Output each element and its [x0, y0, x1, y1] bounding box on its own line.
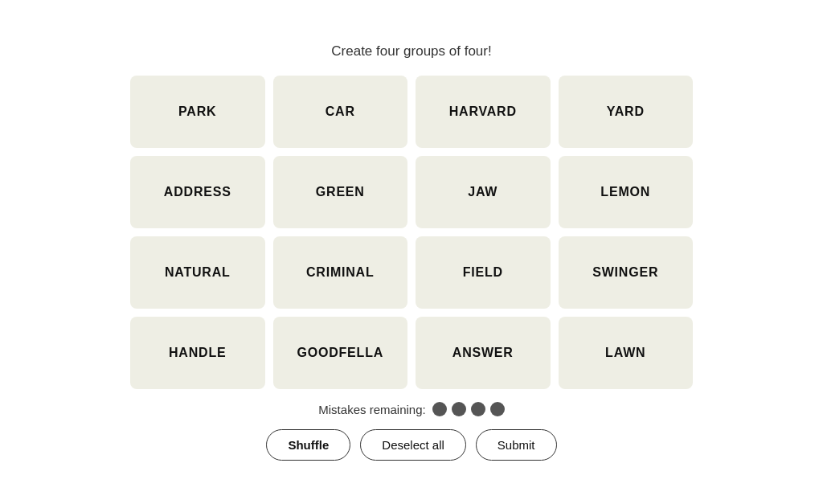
tile-label: GREEN [316, 185, 365, 199]
tile-label: PARK [178, 104, 216, 119]
tile-label: YARD [607, 104, 645, 119]
tile-label: ADDRESS [164, 185, 231, 199]
mistake-dot-0 [432, 402, 447, 416]
tile-car[interactable]: CAR [273, 76, 408, 148]
tile-label: ANSWER [452, 346, 514, 360]
tile-yard[interactable]: YARD [559, 76, 694, 148]
tile-criminal[interactable]: CRIMINAL [273, 236, 408, 309]
tile-label: CRIMINAL [306, 265, 375, 280]
tile-address[interactable]: ADDRESS [130, 156, 265, 228]
tile-label: JAW [468, 185, 497, 199]
tile-natural[interactable]: NATURAL [130, 236, 265, 309]
mistake-dot-3 [490, 402, 505, 416]
game-container: Create four groups of four! PARKCARHARVA… [130, 43, 693, 461]
tile-jaw[interactable]: JAW [416, 156, 551, 228]
tile-park[interactable]: PARK [130, 76, 265, 148]
tile-label: FIELD [463, 265, 503, 280]
tile-label: LAWN [605, 346, 645, 360]
tile-grid: PARKCARHARVARDYARDADDRESSGREENJAWLEMONNA… [130, 76, 693, 389]
mistakes-row: Mistakes remaining: [318, 402, 504, 416]
mistake-dot-2 [471, 402, 485, 416]
buttons-row: Shuffle Deselect all Submit [266, 429, 556, 461]
tile-label: HANDLE [169, 346, 226, 360]
tile-label: LEMON [600, 185, 650, 199]
submit-button[interactable]: Submit [476, 429, 557, 461]
deselect-button[interactable]: Deselect all [360, 429, 466, 461]
tile-lemon[interactable]: LEMON [559, 156, 694, 228]
mistakes-dots [432, 402, 505, 416]
shuffle-button[interactable]: Shuffle [266, 429, 350, 461]
tile-green[interactable]: GREEN [273, 156, 408, 228]
tile-label: NATURAL [165, 265, 231, 280]
tile-answer[interactable]: ANSWER [416, 317, 551, 389]
tile-goodfella[interactable]: GOODFELLA [273, 317, 408, 389]
tile-label: HARVARD [449, 104, 517, 119]
tile-swinger[interactable]: SWINGER [559, 236, 694, 309]
tile-label: CAR [326, 104, 355, 119]
mistake-dot-1 [452, 402, 466, 416]
tile-label: SWINGER [592, 265, 658, 280]
tile-field[interactable]: FIELD [416, 236, 551, 309]
tile-harvard[interactable]: HARVARD [416, 76, 551, 148]
mistakes-label: Mistakes remaining: [318, 403, 425, 416]
tile-label: GOODFELLA [297, 346, 383, 360]
tile-lawn[interactable]: LAWN [559, 317, 694, 389]
tile-handle[interactable]: HANDLE [130, 317, 265, 389]
game-title: Create four groups of four! [331, 43, 491, 59]
